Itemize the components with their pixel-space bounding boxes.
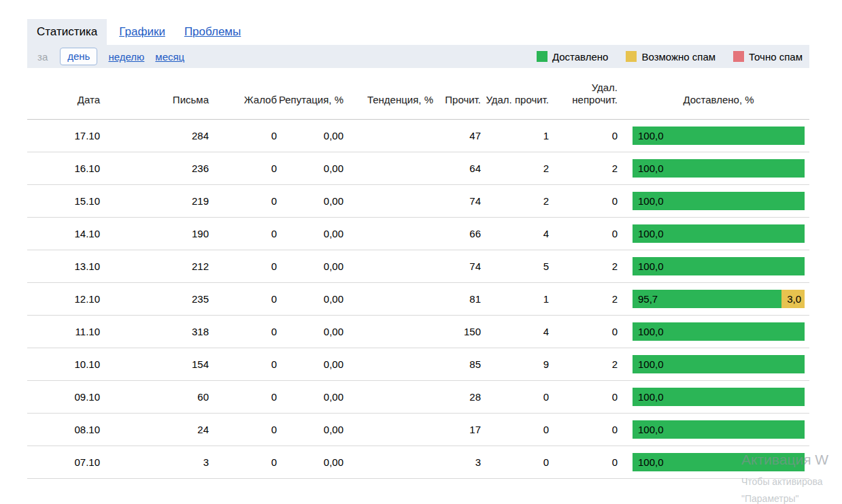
- cell-letters: 235: [100, 293, 209, 305]
- delivered-bar: 100,0: [633, 257, 805, 275]
- tab-bar: СтатистикаГрафикиПроблемы: [27, 19, 809, 45]
- cell-date: 14.10: [27, 228, 100, 239]
- delivered-bar: 100,0: [633, 159, 805, 178]
- cell-reputation: 0,00: [277, 261, 343, 272]
- cell-reputation: 0,00: [277, 326, 343, 337]
- cell-deleted_unread: 0: [549, 456, 618, 468]
- tab-графики[interactable]: Графики: [119, 19, 165, 45]
- cell-delivered: 100,0: [618, 192, 809, 210]
- delivered-bar: 100,0: [633, 224, 805, 243]
- cell-deleted_unread: 0: [549, 195, 618, 207]
- cell-deleted_unread: 0: [549, 130, 618, 141]
- legend-swatch-icon: [733, 51, 744, 62]
- column-header-0: Дата: [27, 94, 100, 107]
- delivered-bar-segment: 100,0: [633, 388, 805, 406]
- delivered-bar-segment: 100,0: [633, 127, 805, 145]
- cell-date: 08.10: [27, 424, 100, 435]
- cell-deleted_unread: 0: [549, 326, 618, 337]
- maybe-spam-bar-segment: 3,0: [781, 290, 805, 308]
- cell-letters: 236: [100, 163, 209, 174]
- cell-letters: 60: [100, 391, 209, 403]
- cell-reputation: 0,00: [277, 358, 343, 370]
- cell-letters: 219: [100, 195, 209, 207]
- legend-item-доставлено: Доставлено: [537, 51, 609, 63]
- cell-date: 11.10: [27, 326, 100, 337]
- statistics-table: ДатаПисьмаЖалобРепутация, %Тенденция, %П…: [27, 68, 809, 479]
- period-option-неделю[interactable]: неделю: [108, 51, 144, 63]
- table-row: 16.1023600,006422100,0: [27, 152, 809, 185]
- table-row: 08.102400,001700100,0: [27, 414, 809, 446]
- cell-complaints: 0: [209, 456, 277, 468]
- table-row: 09.106000,002800100,0: [27, 381, 809, 414]
- cell-complaints: 0: [209, 358, 277, 370]
- cell-deleted_unread: 0: [549, 424, 618, 435]
- cell-deleted_unread: 0: [549, 391, 618, 403]
- tab-статистика[interactable]: Статистика: [27, 19, 107, 45]
- delivered-bar: 100,0: [633, 192, 805, 210]
- delivered-bar: 100,0: [633, 453, 805, 471]
- cell-delivered: 100,0: [618, 224, 809, 243]
- delivered-bar-segment: 100,0: [633, 192, 805, 210]
- period-option-день[interactable]: день: [60, 48, 97, 65]
- cell-deleted_read: 4: [481, 326, 549, 337]
- column-header-4: Тенденция, %: [343, 94, 433, 107]
- delivered-bar-segment: 100,0: [633, 355, 805, 373]
- cell-reputation: 0,00: [277, 130, 343, 141]
- cell-delivered: 100,0: [618, 322, 809, 341]
- cell-complaints: 0: [209, 391, 277, 403]
- cell-reputation: 0,00: [277, 456, 343, 468]
- cell-read: 85: [433, 358, 481, 370]
- cell-read: 47: [433, 130, 481, 141]
- table-body: 17.1028400,004710100,016.1023600,0064221…: [27, 120, 809, 479]
- legend-label: Точно спам: [749, 51, 803, 63]
- legend-label: Возможно спам: [641, 51, 715, 63]
- cell-complaints: 0: [209, 261, 277, 272]
- cell-read: 66: [433, 228, 481, 239]
- column-header-7: Удал. непрочит.: [549, 82, 618, 107]
- cell-deleted_unread: 2: [549, 261, 618, 272]
- cell-complaints: 0: [209, 163, 277, 174]
- column-header-5: Прочит.: [433, 94, 481, 107]
- cell-read: 81: [433, 293, 481, 305]
- cell-letters: 212: [100, 261, 209, 272]
- column-header-2: Жалоб: [209, 94, 277, 107]
- cell-date: 07.10: [27, 456, 100, 468]
- legend-label: Доставлено: [552, 51, 609, 63]
- delivered-bar-segment: 100,0: [633, 453, 805, 471]
- cell-letters: 154: [100, 358, 209, 370]
- period-filter-bar: за деньнеделюмесяц ДоставленоВозможно сп…: [27, 45, 809, 68]
- table-row: 14.1019000,006640100,0: [27, 218, 809, 250]
- cell-read: 64: [433, 163, 481, 174]
- legend-swatch-icon: [626, 51, 637, 62]
- cell-delivered: 100,0: [618, 257, 809, 275]
- period-option-месяц[interactable]: месяц: [155, 51, 184, 63]
- cell-read: 28: [433, 391, 481, 403]
- cell-letters: 24: [100, 424, 209, 435]
- delivered-bar: 100,0: [633, 388, 805, 406]
- delivered-bar-segment: 100,0: [633, 257, 805, 275]
- cell-reputation: 0,00: [277, 228, 343, 239]
- cell-reputation: 0,00: [277, 163, 343, 174]
- cell-read: 74: [433, 195, 481, 207]
- table-row: 11.1031800,0015040100,0: [27, 316, 809, 348]
- cell-deleted_read: 1: [481, 130, 549, 141]
- cell-deleted_unread: 2: [549, 293, 618, 305]
- delivered-bar-segment: 100,0: [633, 322, 805, 341]
- table-row: 17.1028400,004710100,0: [27, 120, 809, 152]
- delivered-bar: 100,0: [633, 322, 805, 341]
- cell-deleted_unread: 2: [549, 163, 618, 174]
- legend: ДоставленоВозможно спамТочно спам: [519, 51, 805, 63]
- cell-reputation: 0,00: [277, 195, 343, 207]
- legend-item-точно-спам: Точно спам: [733, 51, 803, 63]
- legend-swatch-icon: [537, 51, 548, 62]
- period-options: деньнеделюмесяц: [48, 48, 184, 65]
- delivered-bar: 100,0: [633, 420, 805, 439]
- cell-deleted_read: 9: [481, 358, 549, 370]
- tab-проблемы[interactable]: Проблемы: [184, 19, 241, 45]
- cell-complaints: 0: [209, 424, 277, 435]
- cell-date: 17.10: [27, 130, 100, 141]
- cell-delivered: 95,73,0: [618, 290, 809, 308]
- cell-reputation: 0,00: [277, 293, 343, 305]
- cell-letters: 318: [100, 326, 209, 337]
- cell-deleted_read: 4: [481, 228, 549, 239]
